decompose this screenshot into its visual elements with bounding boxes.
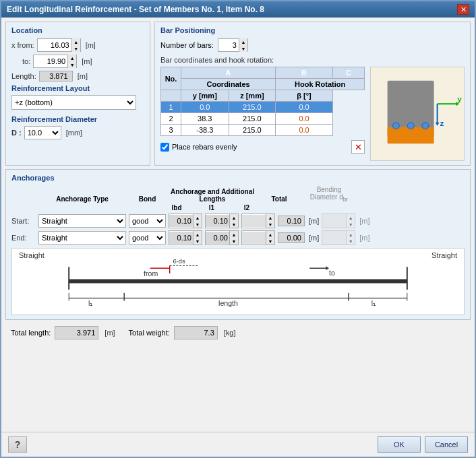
bar-table: No. A B C Coordinates Hook Rotation xyxy=(160,67,365,136)
svg-text:l₁: l₁ xyxy=(88,299,92,307)
start-l2-input[interactable] xyxy=(242,215,266,227)
svg-point-9 xyxy=(407,123,414,129)
svg-text:y: y xyxy=(457,94,462,104)
start-bending-up: ▲ xyxy=(347,214,355,221)
end-l1-btns: ▲ ▼ xyxy=(229,231,238,244)
bar-hook: 0.0 xyxy=(276,125,333,136)
l2-header: l2 xyxy=(231,204,263,211)
bar-positioning-title: Bar Positioning xyxy=(160,26,465,34)
x-from-input[interactable] xyxy=(38,39,71,51)
start-type-select[interactable]: Straight Hook 90° Hook 135° Hook 180° xyxy=(38,214,126,228)
num-bars-input[interactable] xyxy=(218,39,239,51)
place-evenly-checkbox[interactable] xyxy=(160,143,169,152)
start-l1-down[interactable]: ▼ xyxy=(230,221,238,228)
beta-header: β [°] xyxy=(276,90,333,102)
end-lbd-input[interactable] xyxy=(169,232,193,244)
bar-z: 215.0 xyxy=(229,125,276,136)
end-bending-input xyxy=(322,232,346,244)
x-to-unit: [m] xyxy=(82,57,92,65)
delete-button[interactable]: ✕ xyxy=(351,140,365,154)
x-to-row: to: ▲ ▼ [m] xyxy=(11,55,144,68)
start-l2-spinner[interactable]: ▲ ▼ xyxy=(241,214,275,228)
x-to-up[interactable]: ▲ xyxy=(68,55,76,61)
start-lbd-down[interactable]: ▼ xyxy=(194,221,202,228)
start-label: Start: xyxy=(11,217,36,225)
total-length-row: Total length: 3.971 [m] xyxy=(11,326,115,339)
end-l1-down[interactable]: ▼ xyxy=(230,238,238,244)
total-length-value: 3.971 xyxy=(55,326,98,339)
col-no-header: No. xyxy=(161,67,181,90)
end-lbd-up[interactable]: ▲ xyxy=(194,231,202,238)
end-l2-up[interactable]: ▲ xyxy=(266,231,274,238)
x-from-down[interactable]: ▼ xyxy=(72,45,80,52)
close-button[interactable]: ✕ xyxy=(457,4,469,15)
start-bond-select[interactable]: good poor xyxy=(129,214,166,228)
end-lbd-down[interactable]: ▼ xyxy=(194,238,202,244)
start-l2-up[interactable]: ▲ xyxy=(266,214,274,221)
start-bending-input xyxy=(322,215,346,227)
bar-no: 2 xyxy=(161,113,181,125)
layout-select[interactable]: +z (bottom) -z (top) +y (right) -y (left… xyxy=(11,95,136,110)
location-title: Location xyxy=(11,26,144,34)
table-row[interactable]: 1 0.0 215.0 0.0 xyxy=(161,102,365,113)
bar-no: 1 xyxy=(161,102,181,113)
x-from-spinner[interactable]: ▲ ▼ xyxy=(37,38,81,52)
end-l1-up[interactable]: ▲ xyxy=(230,231,238,238)
bar-positioning-panel: Bar Positioning Number of bars: ▲ ▼ Bar … xyxy=(154,22,471,166)
start-lbd-up[interactable]: ▲ xyxy=(194,214,202,221)
start-l2-down[interactable]: ▼ xyxy=(266,221,274,228)
end-label: End: xyxy=(11,234,36,242)
x-from-up[interactable]: ▲ xyxy=(72,38,80,45)
col-b-header: B xyxy=(276,67,333,79)
length-value: 3.871 xyxy=(39,71,73,81)
svg-text:z: z xyxy=(440,119,444,128)
start-lbd-input[interactable] xyxy=(169,215,193,227)
bar-hook: 0.0 xyxy=(276,113,333,125)
num-bars-up[interactable]: ▲ xyxy=(239,38,247,45)
help-button[interactable]: ? xyxy=(8,436,27,453)
ok-button[interactable]: OK xyxy=(378,436,421,453)
anc-bond-header: Bond xyxy=(129,195,166,203)
start-l1-btns: ▲ ▼ xyxy=(229,214,238,228)
end-row: End: Straight Hook 90° Hook 135° Hook 18… xyxy=(11,230,465,245)
end-l2-down[interactable]: ▼ xyxy=(266,238,274,244)
table-row[interactable]: 2 38.3 215.0 0.0 xyxy=(161,113,365,125)
diameter-select[interactable]: 6.0 8.0 10.0 12.0 14.0 16.0 xyxy=(24,126,61,139)
place-evenly-row: Place rebars evenly ✕ xyxy=(160,140,365,154)
svg-point-11 xyxy=(422,123,429,129)
x-to-input[interactable] xyxy=(34,55,67,67)
bar-preview: y z xyxy=(370,67,465,161)
bar-hook: 0.0 xyxy=(276,102,333,113)
start-lbd-spinner[interactable]: ▲ ▼ xyxy=(169,214,202,228)
end-lbd-btns: ▲ ▼ xyxy=(193,231,202,244)
num-bars-row: Number of bars: ▲ ▼ xyxy=(160,38,465,52)
end-type-select[interactable]: Straight Hook 90° Hook 135° Hook 180° xyxy=(38,231,126,244)
x-from-row: x from: ▲ ▼ [m] xyxy=(11,38,144,52)
end-l1-spinner[interactable]: ▲ ▼ xyxy=(205,230,239,245)
end-lbd-spinner[interactable]: ▲ ▼ xyxy=(169,230,202,245)
end-l2-input[interactable] xyxy=(242,232,266,244)
end-bending-spinner: ▲ ▼ xyxy=(322,230,355,245)
end-l1-input[interactable] xyxy=(206,232,229,244)
end-bond-select[interactable]: good poor xyxy=(129,231,166,244)
anc-type-header: Anchorage Type xyxy=(38,195,126,203)
cancel-button[interactable]: Cancel xyxy=(425,436,468,453)
location-panel: Location x from: ▲ ▼ [m] to: xyxy=(5,22,150,166)
start-row: Start: Straight Hook 90° Hook 135° Hook … xyxy=(11,214,465,228)
x-from-label: x from: xyxy=(11,41,34,49)
end-l2-spinner[interactable]: ▲ ▼ xyxy=(241,230,275,245)
bar-y: 0.0 xyxy=(181,102,229,113)
num-bars-down[interactable]: ▼ xyxy=(239,45,247,52)
lbd-header: lbd xyxy=(160,204,193,211)
empty-header xyxy=(161,90,181,102)
table-row[interactable]: 3 -38.3 215.0 0.0 xyxy=(161,125,365,136)
bar-z: 215.0 xyxy=(229,113,276,125)
start-l1-input[interactable] xyxy=(206,215,229,227)
start-l1-spinner[interactable]: ▲ ▼ xyxy=(205,214,239,228)
x-to-spinner[interactable]: ▲ ▼ xyxy=(33,55,77,68)
x-to-down[interactable]: ▼ xyxy=(68,61,76,68)
bar-z: 215.0 xyxy=(229,102,276,113)
num-bars-spinner[interactable]: ▲ ▼ xyxy=(218,38,248,52)
start-l1-up[interactable]: ▲ xyxy=(230,214,238,221)
start-l2-btns: ▲ ▼ xyxy=(266,214,274,228)
